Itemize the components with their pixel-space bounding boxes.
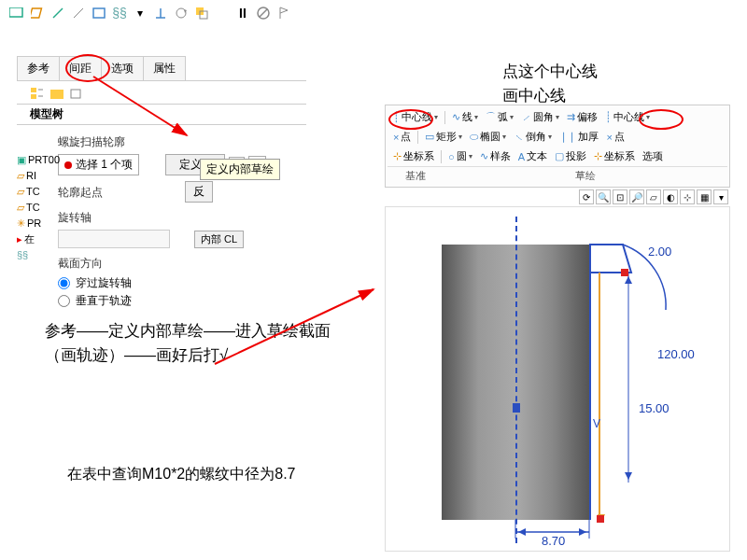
perp-icon[interactable] (151, 4, 170, 22)
left-panel: 参考 间距 选项 属性 模型树 螺旋扫描轮廓 选择 1 个项 定义... ⇄ ⓘ… (17, 56, 306, 311)
edge-line (589, 245, 591, 520)
tree-helical[interactable]: §§ (17, 247, 60, 263)
svg-rect-10 (71, 90, 80, 98)
vt-zoom-out-icon[interactable]: 🔎 (629, 189, 644, 204)
tree-pr[interactable]: ✳ PR (17, 216, 60, 231)
rb-rect[interactable]: ▭ 矩形 ▾ (423, 129, 464, 145)
line-icon[interactable] (69, 4, 88, 22)
svg-rect-2 (93, 8, 105, 18)
tab-icon[interactable] (7, 4, 26, 22)
rb-coord2[interactable]: ⊹ 坐标系 (592, 148, 637, 164)
top-toolbar: §§ ▾ II (0, 0, 747, 26)
ribbon-group-datum: 基准 (388, 167, 444, 185)
tree-ri[interactable]: ▱ RI (17, 168, 60, 184)
dim-2[interactable]: 2.00 (647, 245, 672, 259)
sketch-canvas[interactable]: ▼ V 2.00 120.00 15.00 8.70 (385, 206, 730, 552)
axis-input[interactable] (58, 230, 170, 248)
red-dot-icon (64, 161, 72, 169)
rb-thicken[interactable]: ❘❘ 加厚 (557, 129, 600, 145)
flip-button[interactable]: 反 (185, 181, 213, 203)
rb-fillet[interactable]: ⟋ 圆角 ▾ (519, 109, 561, 125)
tree-insert[interactable]: ▸ 在 (17, 231, 60, 247)
tab-reference[interactable]: 参考 (17, 56, 60, 80)
tab-spacing[interactable]: 间距 (59, 56, 102, 80)
annotation-top-right: 点这个中心线 画中心线 (502, 60, 598, 107)
v-label: V (593, 417, 600, 430)
model-tree: ▣ PRT00 ▱ RI ▱ TC ▱ TC ✳ PR ▸ 在 §§ (17, 152, 60, 263)
inner-cl-button[interactable]: 内部 CL (194, 231, 244, 248)
svg-rect-1 (31, 8, 41, 18)
dim-120[interactable]: 120.00 (656, 347, 696, 361)
svg-rect-8 (31, 94, 36, 99)
tab-properties[interactable]: 属性 (143, 56, 186, 80)
flag-icon[interactable] (275, 4, 293, 22)
mini-tree-icon[interactable] (30, 87, 47, 102)
svg-rect-0 (9, 7, 22, 17)
rb-ellipse[interactable]: ⬭ 椭圆 ▾ (468, 129, 508, 145)
vt-plane-icon[interactable]: ▱ (646, 189, 661, 204)
selection-collector[interactable]: 选择 1 个项 (58, 154, 139, 175)
handle-mid (513, 403, 520, 413)
rb-coord[interactable]: ⊹ 坐标系 (391, 148, 436, 164)
annotation-bottom: 在表中查询M10*2的螺纹中径为8.7 (67, 463, 366, 485)
vt-zoom-in-icon[interactable]: 🔍 (596, 189, 611, 204)
vt-shade-icon[interactable]: ◐ (663, 189, 678, 204)
mini-folder-icon[interactable] (49, 87, 66, 102)
rb-options[interactable]: 选项 (641, 148, 665, 164)
svg-marker-16 (579, 528, 586, 536)
svg-marker-15 (518, 528, 526, 536)
orange-trajectory (599, 273, 600, 517)
tab-options[interactable]: 选项 (101, 56, 144, 80)
spiral-icon[interactable]: §§ (110, 4, 129, 22)
dd-icon[interactable]: ▾ (131, 4, 149, 22)
vt-refresh-icon[interactable]: ⟳ (579, 189, 594, 204)
svg-rect-7 (31, 88, 36, 92)
tree-label: 模型树 (17, 104, 306, 125)
vt-grid-icon[interactable]: ▦ (697, 189, 712, 204)
centerline-axis (515, 217, 517, 543)
plane-icon[interactable] (28, 4, 47, 22)
vt-dd-icon[interactable]: ▾ (713, 189, 728, 204)
selection-text: 选择 1 个项 (76, 157, 133, 173)
radio-perp-trajectory[interactable]: 垂直于轨迹 (58, 293, 306, 309)
mini-cube-icon[interactable] (69, 87, 86, 102)
rot-icon[interactable] (172, 4, 190, 22)
endpoint-2 (597, 515, 604, 523)
rb-text[interactable]: A 文本 (516, 148, 549, 164)
pause-icon[interactable]: II (233, 4, 252, 22)
tooltip-define-sketch: 定义内部草绘 (200, 159, 280, 180)
rb-point2[interactable]: × 点 (604, 129, 626, 145)
dim-15[interactable]: 15.00 (638, 401, 670, 415)
rb-centerline[interactable]: ┊ 中心线 ▾ (391, 109, 440, 125)
radio-through-axis[interactable]: 穿过旋转轴 (58, 275, 306, 291)
rb-spline[interactable]: ∿ 样条 (478, 148, 513, 164)
dim-870[interactable]: 8.70 (541, 534, 566, 548)
vt-axis-icon[interactable]: ⊹ (680, 189, 695, 204)
view-toolbar: ⟳ 🔍 ⊡ 🔎 ▱ ◐ ⊹ ▦ ▾ (385, 188, 730, 206)
rb-circle[interactable]: ○ 圆 ▾ (446, 148, 474, 164)
rb-arc[interactable]: ⌒ 弧 ▾ (484, 109, 515, 125)
section-axis: 旋转轴 (58, 210, 306, 226)
vt-zoom-fit-icon[interactable]: ⊡ (613, 189, 627, 204)
svg-rect-9 (50, 90, 63, 99)
right-panel: ┊ 中心线 ▾ ∿ 线 ▾ ⌒ 弧 ▾ ⟋ 圆角 ▾ ⇉ 偏移 ┊ 中心线 ▾ … (385, 105, 730, 552)
svg-marker-13 (625, 276, 632, 284)
no-icon[interactable] (254, 4, 273, 22)
mini-icon-bar (17, 81, 306, 104)
rb-point[interactable]: × 点 (391, 129, 413, 145)
tree-prt[interactable]: ▣ PRT00 (17, 152, 60, 168)
rb-proj[interactable]: ▢ 投影 (553, 148, 588, 164)
box-icon[interactable] (90, 4, 108, 22)
cut-icon[interactable] (192, 4, 211, 22)
tree-tc1[interactable]: ▱ TC (17, 184, 60, 200)
section-start: 轮廓起点 (58, 185, 103, 201)
rb-offset[interactable]: ⇉ 偏移 (565, 109, 599, 125)
rb-centerline2[interactable]: ┊ 中心线 ▾ (603, 109, 652, 125)
tree-tc2[interactable]: ▱ TC (17, 200, 60, 216)
section-direction: 截面方向 (58, 256, 306, 272)
rb-line[interactable]: ∿ 线 ▾ (450, 109, 480, 125)
rb-chamfer[interactable]: ⟍ 倒角 ▾ (512, 129, 554, 145)
sketch-icon[interactable] (49, 4, 67, 22)
svg-marker-12 (625, 472, 632, 480)
tab-bar: 参考 间距 选项 属性 (17, 56, 306, 81)
